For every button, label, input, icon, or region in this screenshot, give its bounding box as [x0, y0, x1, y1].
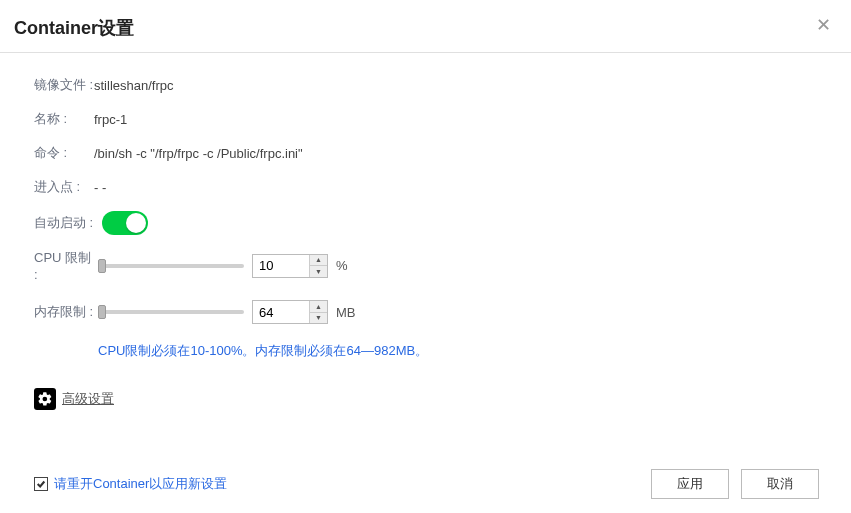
memory-spinner-up[interactable]: ▲ — [310, 301, 327, 313]
limits-help-text: CPU限制必须在10-100%。内存限制必须在64—982MB。 — [98, 342, 817, 360]
memory-unit: MB — [336, 305, 356, 320]
cancel-button[interactable]: 取消 — [741, 469, 819, 499]
dialog-title: Container设置 — [14, 16, 134, 40]
slider-thumb[interactable] — [98, 305, 106, 319]
cpu-limit-input-group: ▲ ▼ — [252, 254, 328, 278]
restart-checkbox-label: 请重开Container以应用新设置 — [54, 475, 227, 493]
advanced-settings-link[interactable]: 高级设置 — [62, 390, 114, 408]
image-value: stilleshan/frpc — [94, 78, 173, 93]
close-icon[interactable]: ✕ — [814, 16, 833, 34]
command-value: /bin/sh -c "/frp/frpc -c /Public/frpc.in… — [94, 146, 303, 161]
cpu-limit-input[interactable] — [253, 255, 309, 277]
name-label: 名称 : — [34, 110, 94, 128]
name-value: frpc-1 — [94, 112, 127, 127]
memory-limit-label: 内存限制 : — [34, 303, 98, 321]
cpu-spinner-up[interactable]: ▲ — [310, 255, 327, 267]
entrypoint-value: - - — [94, 180, 106, 195]
cpu-unit: % — [336, 258, 348, 273]
image-label: 镜像文件 : — [34, 76, 94, 94]
cpu-spinner-down[interactable]: ▼ — [310, 266, 327, 277]
apply-button[interactable]: 应用 — [651, 469, 729, 499]
memory-limit-input-group: ▲ ▼ — [252, 300, 328, 324]
command-label: 命令 : — [34, 144, 94, 162]
slider-thumb[interactable] — [98, 259, 106, 273]
cpu-limit-label: CPU 限制 : — [34, 249, 98, 282]
memory-limit-input[interactable] — [253, 301, 309, 323]
gear-icon — [34, 388, 56, 410]
memory-spinner-down[interactable]: ▼ — [310, 313, 327, 324]
toggle-knob — [126, 213, 146, 233]
restart-checkbox[interactable] — [34, 477, 48, 491]
autostart-toggle[interactable] — [102, 211, 148, 235]
memory-limit-slider[interactable] — [98, 310, 244, 314]
cpu-limit-slider[interactable] — [98, 264, 244, 268]
entrypoint-label: 进入点 : — [34, 178, 94, 196]
autostart-label: 自动启动 : — [34, 214, 94, 232]
